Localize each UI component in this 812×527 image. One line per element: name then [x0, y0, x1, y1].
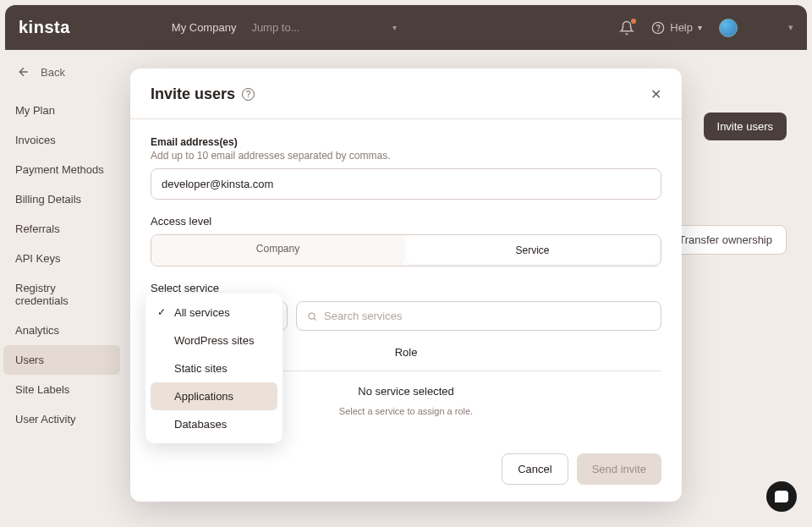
access-level-label: Access level — [151, 215, 661, 228]
dropdown-item-wordpress-sites[interactable]: WordPress sites — [151, 327, 277, 354]
search-input[interactable] — [324, 310, 650, 322]
select-service-label: Select service — [151, 282, 661, 294]
modal-title: Invite users — [151, 85, 235, 103]
tab-service[interactable]: Service — [406, 237, 659, 264]
email-label: Email address(es) — [151, 136, 661, 148]
dropdown-item-all-services[interactable]: All services — [151, 299, 277, 327]
chat-widget[interactable] — [766, 481, 797, 512]
chat-icon — [775, 491, 788, 502]
search-services-field[interactable] — [296, 301, 661, 331]
dropdown-item-databases[interactable]: Databases — [151, 410, 277, 438]
search-icon — [307, 311, 317, 321]
help-icon[interactable]: ? — [242, 88, 255, 101]
email-field[interactable] — [151, 168, 661, 200]
svg-point-2 — [309, 313, 315, 319]
service-type-dropdown: All services WordPress sites Static site… — [145, 294, 283, 443]
dropdown-item-static-sites[interactable]: Static sites — [151, 354, 277, 382]
send-invite-button[interactable]: Send invite — [577, 453, 661, 485]
dropdown-item-applications[interactable]: Applications — [151, 382, 277, 410]
access-level-segment: Company Service — [151, 234, 661, 266]
cancel-button[interactable]: Cancel — [502, 453, 568, 485]
close-icon[interactable]: ✕ — [650, 86, 661, 102]
email-help-text: Add up to 10 email addresses separated b… — [151, 150, 661, 162]
tab-company[interactable]: Company — [151, 235, 404, 266]
